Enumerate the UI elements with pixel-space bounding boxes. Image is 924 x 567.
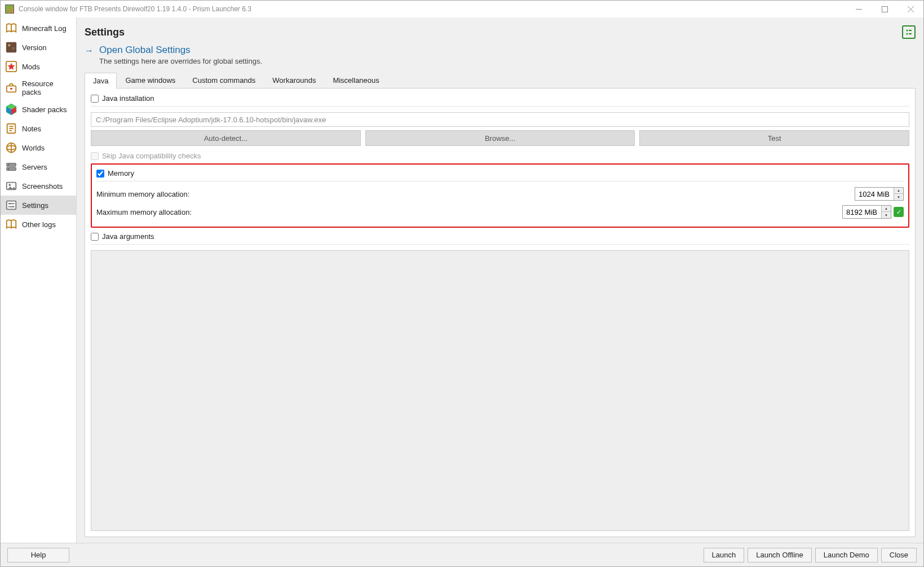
sidebar-label: Version xyxy=(22,43,46,52)
sidebar-label: Shader packs xyxy=(22,105,67,114)
java-arguments-check-input[interactable] xyxy=(91,233,99,241)
svg-point-23 xyxy=(8,184,11,186)
java-path-input[interactable] xyxy=(91,112,909,127)
close-button[interactable]: Close xyxy=(881,548,917,562)
global-settings-subtext: The settings here are overrides for glob… xyxy=(99,57,262,65)
sidebar-label: Resource packs xyxy=(22,79,72,96)
memory-ok-badge: ✓ xyxy=(894,207,904,217)
test-button[interactable]: Test xyxy=(639,130,909,146)
spin-up-icon[interactable]: ▲ xyxy=(882,206,891,212)
window-title: Console window for FTB Presents Direwolf… xyxy=(19,5,846,13)
minimize-button[interactable] xyxy=(846,1,872,17)
java-installation-checkbox[interactable]: Java installation xyxy=(91,93,909,106)
svg-rect-6 xyxy=(8,45,11,47)
max-memory-input[interactable] xyxy=(843,207,881,218)
svg-rect-18 xyxy=(7,163,16,167)
svg-rect-10 xyxy=(10,88,12,90)
java-installation-check-input[interactable] xyxy=(91,95,99,103)
memory-checkbox[interactable]: Memory xyxy=(96,168,904,181)
titlebar: Console window for FTB Presents Direwolf… xyxy=(1,1,923,17)
sidebar-item-notes[interactable]: Notes xyxy=(1,119,76,138)
java-arguments-label: Java arguments xyxy=(102,232,154,241)
close-window-button[interactable] xyxy=(898,1,923,17)
sliders-icon xyxy=(5,199,17,211)
max-memory-spinbox[interactable]: ▲ ▼ xyxy=(842,205,891,219)
sidebar-item-mods[interactable]: Mods xyxy=(1,57,76,76)
tab-game-windows[interactable]: Game windows xyxy=(117,72,184,88)
tab-java[interactable]: Java xyxy=(85,73,117,88)
tabs: Java Game windows Custom commands Workar… xyxy=(85,72,916,88)
sidebar-label: Notes xyxy=(22,125,41,133)
svg-rect-1 xyxy=(882,6,887,12)
launch-demo-button[interactable]: Launch Demo xyxy=(815,548,878,562)
sidebar-label: Settings xyxy=(22,201,48,210)
svg-point-21 xyxy=(8,169,10,170)
min-memory-input[interactable] xyxy=(855,189,894,200)
server-icon xyxy=(5,161,17,173)
sidebar-item-version[interactable]: Version xyxy=(1,38,76,57)
launch-offline-button[interactable]: Launch Offline xyxy=(748,548,812,562)
app-icon xyxy=(5,5,14,14)
sidebar-item-other-logs[interactable]: Other logs xyxy=(1,215,76,234)
sidebar-item-resource-packs[interactable]: Resource packs xyxy=(1,76,76,100)
svg-rect-24 xyxy=(7,201,16,210)
sidebar-label: Servers xyxy=(22,163,47,171)
sidebar-label: Mods xyxy=(22,63,40,71)
svg-point-30 xyxy=(907,30,908,32)
tab-panel-java: Java installation Auto-detect... Browse.… xyxy=(85,88,916,537)
skip-compat-checkbox[interactable]: Skip Java compatibility checks xyxy=(91,149,909,162)
sidebar-label: Screenshots xyxy=(22,182,63,191)
cube-icon xyxy=(5,103,17,116)
svg-point-32 xyxy=(907,33,908,35)
star-icon xyxy=(5,60,17,73)
page-title: Settings xyxy=(85,26,898,38)
book-icon xyxy=(5,22,17,34)
launch-button[interactable]: Launch xyxy=(704,548,745,562)
java-arguments-checkbox[interactable]: Java arguments xyxy=(91,231,909,244)
note-icon xyxy=(5,122,17,135)
svg-rect-5 xyxy=(6,42,16,52)
bottom-bar: Help Launch Launch Offline Launch Demo C… xyxy=(1,543,923,566)
browse-button[interactable]: Browse... xyxy=(365,130,635,146)
sidebar-label: Worlds xyxy=(22,144,45,152)
arrow-right-icon: → xyxy=(85,45,94,56)
tab-custom-commands[interactable]: Custom commands xyxy=(184,72,264,88)
maximize-button[interactable] xyxy=(872,1,898,17)
java-installation-label: Java installation xyxy=(102,94,154,103)
skip-compat-label: Skip Java compatibility checks xyxy=(102,152,201,160)
auto-detect-button[interactable]: Auto-detect... xyxy=(91,130,361,146)
memory-check-input[interactable] xyxy=(96,170,104,178)
sidebar-item-servers[interactable]: Servers xyxy=(1,157,76,176)
min-memory-spinbox[interactable]: ▲ ▼ xyxy=(855,187,904,201)
memory-label: Memory xyxy=(108,169,134,178)
spin-down-icon[interactable]: ▼ xyxy=(894,194,903,200)
content: Settings → Open Global Settings The sett… xyxy=(77,17,923,543)
svg-rect-19 xyxy=(7,167,16,171)
open-global-settings-link[interactable]: Open Global Settings xyxy=(99,45,262,56)
sidebar-item-shader-packs[interactable]: Shader packs xyxy=(1,100,76,119)
help-button[interactable]: Help xyxy=(7,548,69,562)
skip-compat-check-input[interactable] xyxy=(91,152,99,160)
sidebar: Minecraft Log Version Mods Resource pack… xyxy=(1,17,77,543)
tab-miscellaneous[interactable]: Miscellaneous xyxy=(324,72,387,88)
java-arguments-textarea[interactable] xyxy=(91,250,909,531)
sidebar-item-screenshots[interactable]: Screenshots xyxy=(1,176,76,196)
book-icon xyxy=(5,218,17,231)
briefcase-icon xyxy=(5,82,17,94)
memory-group: Memory Minimum memory allocation: ▲ ▼ Ma… xyxy=(91,163,909,228)
settings-header-icon[interactable] xyxy=(902,25,916,39)
image-icon xyxy=(5,180,17,192)
spin-up-icon[interactable]: ▲ xyxy=(894,188,903,194)
version-icon xyxy=(5,41,17,54)
sidebar-item-settings[interactable]: Settings xyxy=(1,196,76,215)
svg-point-20 xyxy=(8,164,10,165)
sidebar-label: Other logs xyxy=(22,220,56,229)
spin-down-icon[interactable]: ▼ xyxy=(882,212,891,218)
globe-icon xyxy=(5,141,17,154)
max-memory-label: Maximum memory allocation: xyxy=(96,208,842,216)
sidebar-item-worlds[interactable]: Worlds xyxy=(1,138,76,157)
min-memory-label: Minimum memory allocation: xyxy=(96,190,855,198)
sidebar-label: Minecraft Log xyxy=(22,24,67,33)
tab-workarounds[interactable]: Workarounds xyxy=(264,72,324,88)
sidebar-item-minecraft-log[interactable]: Minecraft Log xyxy=(1,19,76,38)
